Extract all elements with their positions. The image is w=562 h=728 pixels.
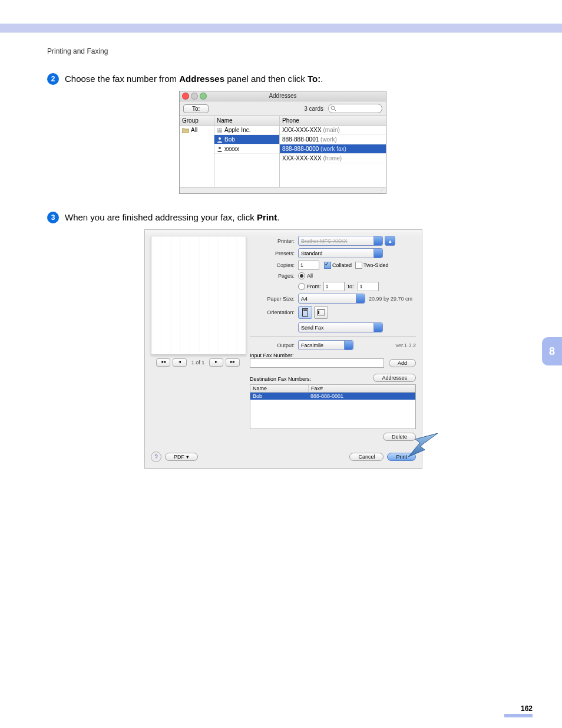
add-button[interactable]: Add (389, 359, 416, 367)
phone-row[interactable]: 888-888-0001 (work) (280, 135, 386, 144)
column-header-group[interactable]: Group (180, 116, 214, 126)
pages-range-radio[interactable] (298, 283, 305, 290)
paper-size-select[interactable]: A4▴▾ (298, 294, 365, 304)
landscape-icon (317, 309, 325, 315)
contact-row[interactable]: Bob (214, 135, 279, 144)
building-icon (217, 127, 223, 133)
card-count-label: 3 cards (304, 106, 323, 112)
column-header-phone[interactable]: Phone (280, 116, 386, 126)
print-dialog: ◂◂ ◂ 1 of 1 ▸ ▸▸ Printer: Brother MFC-XX… (144, 229, 422, 469)
person-icon (217, 137, 223, 143)
orientation-portrait-button[interactable] (298, 306, 312, 319)
svg-point-6 (219, 147, 221, 149)
presets-label: Presets: (250, 251, 298, 256)
search-icon (330, 106, 336, 111)
svg-marker-7 (408, 433, 438, 457)
phone-row[interactable]: 888-888-0000 (work fax) (280, 144, 386, 154)
pages-all-label: All (307, 273, 313, 279)
dest-col-fax[interactable]: Fax# (309, 385, 415, 392)
copies-input[interactable] (298, 261, 319, 270)
contact-row[interactable]: xxxxx (214, 144, 279, 154)
minimize-icon[interactable] (191, 93, 198, 100)
printer-disclosure-button[interactable]: ▴ (385, 236, 395, 246)
collated-label: Collated (332, 262, 352, 268)
printer-label: Printer: (250, 238, 298, 244)
step-3-text: When you are finished addressing your fa… (65, 212, 279, 223)
svg-rect-4 (220, 129, 222, 130)
pages-to-label: to: (345, 284, 358, 289)
preview-prev-button[interactable]: ◂ (173, 358, 187, 367)
resize-grip-icon[interactable]: ⋰ (180, 187, 386, 193)
orientation-landscape-button[interactable] (314, 306, 328, 319)
addresses-titlebar: Addresses (180, 91, 386, 101)
phone-row[interactable]: XXX-XXX-XXX (main) (280, 126, 386, 135)
pages-from-input[interactable] (323, 282, 345, 291)
to-button[interactable]: To: (183, 104, 209, 113)
step-bullet-2: 2 (47, 73, 59, 85)
page-number: 162 (504, 704, 533, 713)
chapter-tab: 8 (542, 337, 562, 365)
two-sided-label: Two-Sided (363, 262, 389, 268)
two-sided-checkbox[interactable] (355, 262, 362, 269)
orientation-label: Orientation: (250, 309, 298, 315)
paper-dimensions-label: 20.99 by 29.70 cm (365, 296, 412, 302)
dest-table-row[interactable]: Bob 888-888-0001 (250, 393, 415, 400)
zoom-icon[interactable] (200, 93, 207, 100)
addresses-window: Addresses To: 3 cards Group All Name (179, 91, 386, 194)
addresses-title: Addresses (269, 93, 296, 99)
column-header-name[interactable]: Name (214, 116, 279, 126)
preview-first-button[interactable]: ◂◂ (156, 358, 170, 367)
search-input[interactable] (328, 104, 382, 113)
callout-arrow-icon (408, 433, 438, 457)
step-2-text: Choose the fax number from Addresses pan… (65, 73, 323, 85)
print-panel-select[interactable]: Send Fax▴▾ (298, 322, 383, 332)
pages-label: Pages: (250, 273, 298, 279)
addresses-button[interactable]: Addresses (373, 374, 416, 382)
help-button[interactable]: ? (151, 452, 161, 462)
phone-row[interactable]: XXX-XXX-XXX (home) (280, 154, 386, 163)
collated-checkbox[interactable] (324, 262, 331, 269)
folder-icon (182, 127, 189, 133)
svg-point-5 (219, 137, 221, 140)
preview-page-indicator: 1 of 1 (189, 360, 207, 365)
step-bullet-3: 3 (47, 212, 59, 223)
printer-select[interactable]: Brother MFC-XXXX▴▾ (298, 236, 383, 246)
cancel-button[interactable]: Cancel (349, 453, 384, 461)
pdf-menu-button[interactable]: PDF ▾ (165, 453, 198, 461)
input-fax-label: Input Fax Number: (250, 353, 416, 358)
preview-last-button[interactable]: ▸▸ (226, 358, 240, 367)
presets-select[interactable]: Standard▴▾ (298, 248, 383, 258)
paper-size-label: Paper Size: (250, 296, 298, 302)
preview-next-button[interactable]: ▸ (209, 358, 223, 367)
svg-rect-3 (218, 129, 219, 130)
page-number-underline (504, 714, 533, 717)
dest-col-name[interactable]: Name (250, 385, 309, 392)
input-fax-number-field[interactable] (250, 358, 384, 368)
destination-fax-table[interactable]: Name Fax# Bob 888-888-0001 (250, 384, 416, 429)
output-select[interactable]: Facsimile▴▾ (298, 340, 353, 350)
page-section-header: Printing and Faxing (47, 47, 518, 55)
destination-fax-label: Destination Fax Numbers: (250, 376, 311, 382)
svg-point-0 (331, 106, 335, 110)
portrait-icon (302, 308, 308, 317)
driver-version-label: ver.1.3.2 (395, 342, 416, 348)
output-label: Output: (250, 342, 298, 348)
print-preview-page (151, 236, 246, 355)
group-item-all[interactable]: All (180, 126, 214, 134)
pages-to-input[interactable] (358, 282, 379, 291)
person-icon (217, 146, 223, 152)
pages-from-label: From: (307, 284, 321, 289)
copies-label: Copies: (250, 262, 298, 268)
pages-all-radio[interactable] (298, 272, 305, 279)
contact-row[interactable]: Apple Inc. (214, 126, 279, 135)
close-icon[interactable] (182, 93, 189, 100)
svg-line-1 (334, 109, 336, 111)
